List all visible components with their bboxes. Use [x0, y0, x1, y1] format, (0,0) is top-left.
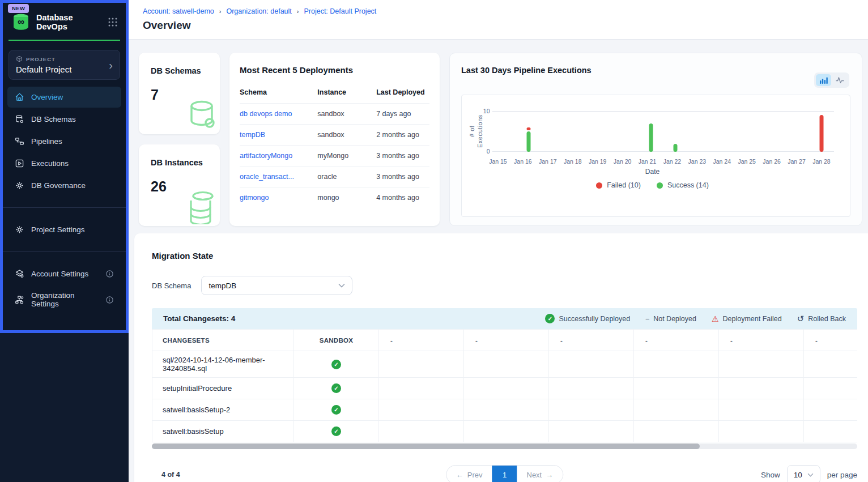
total-changesets-label: Total Changesets: 4 [163, 314, 235, 323]
changeset-status-legend: Successfully Deployed – Not Deployed ⚠ D… [545, 314, 846, 323]
sidebar-item-label: DB Schemas [31, 115, 76, 123]
breadcrumb-project[interactable]: Project: Default Project [304, 7, 376, 15]
horizontal-scrollbar[interactable] [152, 443, 857, 449]
sidebar-item-pipelines[interactable]: Pipelines [7, 131, 121, 152]
sidebar-item-overview[interactable]: Overview [7, 87, 121, 108]
changesets-column-header: - [719, 330, 804, 351]
bar-chart-icon [820, 77, 828, 84]
sidebar-item-account-settings[interactable]: Account Settings [7, 263, 121, 284]
chevron-right-icon: › [109, 59, 113, 71]
info-icon[interactable] [105, 270, 114, 278]
legend-label: Deployment Failed [723, 315, 782, 323]
breadcrumb-separator: › [297, 8, 299, 15]
line-chart-toggle-button[interactable] [832, 74, 848, 86]
db-schema-select[interactable]: tempDB [201, 276, 352, 295]
sidebar-item-organization-settings[interactable]: Organization Settings [7, 285, 121, 314]
success-bar [673, 144, 677, 152]
sidebar: NEW ∞ Database DevOps [0, 0, 129, 482]
empty-cell [464, 351, 549, 378]
db-schema-selected-value: tempDB [209, 281, 236, 290]
schema-link[interactable]: tempDB [240, 131, 265, 139]
cube-icon [16, 56, 23, 62]
sandbox-status-cell [294, 351, 379, 378]
show-label: Show [761, 471, 780, 479]
db-instances-card: DB Instances 26 [139, 144, 220, 226]
dash-icon: – [645, 315, 649, 323]
schema-link[interactable]: gitmongo [240, 194, 269, 202]
empty-cell [804, 421, 858, 442]
schema-link[interactable]: artifactoryMongo [240, 152, 292, 160]
empty-cell [549, 421, 634, 442]
arrow-left-icon: ← [456, 471, 463, 479]
line-chart-icon [836, 77, 844, 83]
last-deployed-cell: 4 months ago [376, 187, 429, 208]
sidebar-item-project-settings[interactable]: Project Settings [7, 219, 121, 240]
chart-y-axis-label: # of Executions [469, 109, 484, 154]
changeset-row: satwell:basisSetup-2 [152, 399, 858, 421]
changeset-name-cell: sql/2024-10-14-12-06-member-34240854.sql [152, 351, 294, 378]
database-stack-icon [186, 189, 219, 224]
database-icon [15, 114, 24, 124]
schema-link[interactable]: oracle_transact... [240, 173, 294, 181]
empty-cell [719, 378, 804, 399]
breadcrumb-account[interactable]: Account: satwell-demo [143, 7, 214, 15]
org-gear-icon [15, 295, 24, 305]
chart-slot-jan-22 [663, 111, 687, 152]
legend-label: Successfully Deployed [559, 315, 630, 323]
db-schemas-card: DB Schemas 7 [139, 53, 220, 134]
page-1-button[interactable]: 1 [492, 465, 517, 482]
check-circle-icon [331, 405, 341, 415]
chart-slot-jan-16 [517, 111, 541, 152]
page-size-select[interactable]: 10 [787, 465, 820, 482]
sidebar-divider [3, 207, 126, 208]
check-circle-icon [331, 360, 341, 369]
changesets-column-header: SANDBOX [294, 330, 379, 351]
bar-chart-toggle-button[interactable] [816, 74, 831, 86]
play-icon [15, 159, 24, 168]
sidebar-item-db-governance[interactable]: DB Governance [7, 175, 121, 196]
instance-cell: oracle [317, 167, 376, 187]
schema-link[interactable]: db devops demo [240, 110, 292, 118]
changeset-name-cell: satwell:basisSetup-2 [152, 399, 294, 421]
sidebar-divider [3, 251, 126, 252]
gear-icon [15, 181, 24, 190]
info-icon[interactable] [105, 296, 114, 304]
changesets-table: CHANGESETSSANDBOX------ sql/2024-10-14-1… [152, 329, 857, 442]
empty-cell [719, 399, 804, 421]
next-page-button[interactable]: Next → [517, 466, 563, 482]
migration-state-title: Migration State [152, 251, 868, 261]
success-bar [649, 123, 653, 152]
changeset-row: setupInitialProcedure [152, 378, 858, 399]
prev-page-button[interactable]: ← Prev [446, 466, 492, 482]
sidebar-item-label: Project Settings [31, 225, 85, 234]
sidebar-item-executions[interactable]: Executions [7, 153, 121, 174]
recent-deployments-card: Most Recent 5 Deployments Schema Instanc… [229, 53, 440, 226]
instance-cell: mongo [317, 187, 376, 208]
legend-dot-icon [657, 182, 663, 189]
scrollbar-thumb[interactable] [152, 443, 700, 449]
executions-chart: # of Executions 10 0 Jan 15Jan 16Jan 17J… [461, 95, 850, 217]
changeset-name-cell: setupInitialProcedure [152, 378, 294, 399]
chart-slot-jan-21 [639, 111, 663, 152]
instance-cell: myMongo [317, 146, 376, 167]
chevron-down-icon [338, 283, 345, 288]
empty-cell [634, 378, 719, 399]
sidebar-nav: Overview DB Schemas Pipelines Execut [3, 87, 126, 314]
instance-cell: sandbox [317, 104, 376, 125]
empty-cell [804, 378, 858, 399]
empty-cell [464, 399, 549, 421]
apps-grid-icon[interactable] [108, 17, 118, 27]
project-selector[interactable]: PROJECT Default Project › [8, 50, 120, 80]
rollback-icon: ↺ [797, 314, 805, 323]
check-circle-icon [545, 314, 555, 323]
failed-bar [527, 127, 531, 130]
changesets-column-header: - [379, 330, 464, 351]
last-deployed-cell: 7 days ago [376, 104, 429, 125]
changeset-row: satwell:basisSetup [152, 421, 858, 442]
table-footer: 4 of 4 ← Prev 1 Next → Show 10 per page [152, 465, 857, 482]
sidebar-item-label: DB Governance [31, 181, 86, 190]
breadcrumb-organization[interactable]: Organization: default [226, 7, 291, 15]
sidebar-item-db-schemas[interactable]: DB Schemas [7, 109, 121, 130]
success-bar [527, 131, 531, 152]
empty-cell [804, 399, 858, 421]
